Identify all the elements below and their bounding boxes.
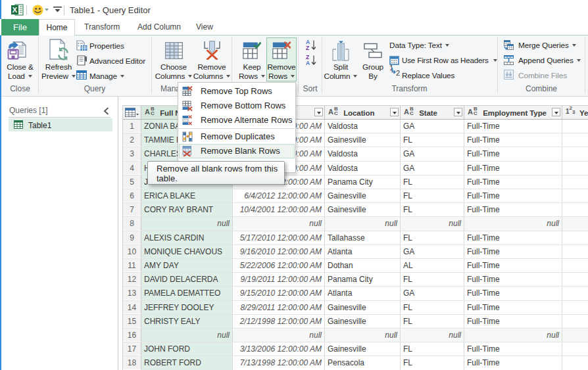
svg-text:X: X xyxy=(12,6,18,14)
